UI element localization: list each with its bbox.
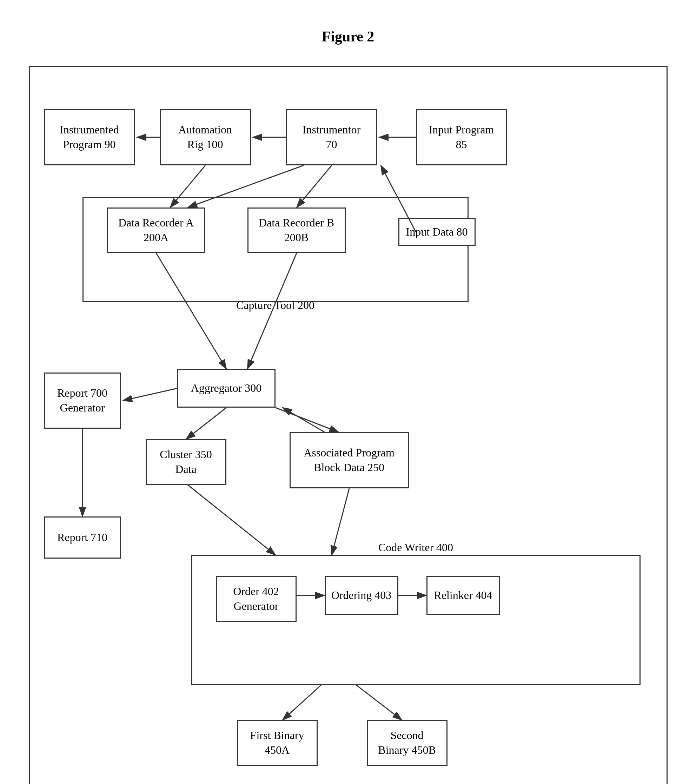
capture-tool-label: Capture Tool 200 xyxy=(82,299,469,312)
first-binary-box: First Binary 450A xyxy=(237,720,318,766)
figure-title: Figure 2 xyxy=(28,28,668,45)
data-recorder-a-box: Data Recorder A 200A xyxy=(107,208,205,253)
cluster-350-box: Cluster 350 Data xyxy=(146,439,226,485)
input-program-box: Input Program 85 xyxy=(416,109,507,165)
arrow-aggregator-to-cluster xyxy=(186,408,226,439)
second-binary-box: Second Binary 450B xyxy=(367,720,448,766)
order-generator-box: Order 402 Generator xyxy=(216,576,296,622)
assoc-prog-block-box: Associated Program Block Data 250 xyxy=(290,432,409,488)
diagram-container: Capture Tool 200 Code Writer 400 Instrum… xyxy=(29,66,668,784)
relinker-box: Relinker 404 xyxy=(426,576,500,615)
page: Figure 2 Capture Tool 200 Code Writer 40… xyxy=(0,0,696,784)
arrow-assoc-to-aggregator xyxy=(283,408,325,432)
arrow-codewriter-to-second-binary xyxy=(356,685,402,720)
data-recorder-b-box: Data Recorder B 200B xyxy=(247,208,346,253)
aggregator-box: Aggregator 300 xyxy=(177,369,275,408)
report-700-box: Report 700 Generator xyxy=(44,372,121,429)
arrow-aggregator-to-report700 xyxy=(123,388,177,400)
automation-rig-box: Automation Rig 100 xyxy=(160,109,251,165)
instrumentor-box: Instrumentor 70 xyxy=(286,109,377,165)
instrumented-program-box: Instrumented Program 90 xyxy=(44,109,135,165)
code-writer-label: Code Writer 400 xyxy=(191,541,640,554)
ordering-box: Ordering 403 xyxy=(325,576,398,615)
input-data-box: Input Data 80 xyxy=(398,218,476,246)
arrow-codewriter-to-first-binary xyxy=(283,685,321,720)
arrow-aggregator-to-assoc xyxy=(275,408,339,432)
report-710-box: Report 710 xyxy=(44,516,121,558)
